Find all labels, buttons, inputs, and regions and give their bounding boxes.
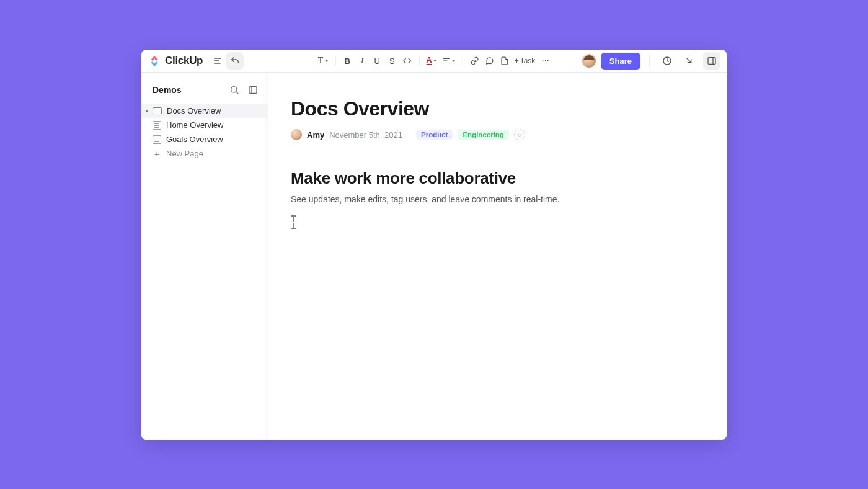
- chevron-down-icon: [433, 60, 437, 62]
- doc-title[interactable]: Docs Overview: [291, 97, 702, 120]
- topbar-right: Share: [582, 52, 720, 70]
- svg-rect-15: [249, 87, 257, 94]
- doc-date: November 5th, 2021: [329, 130, 402, 140]
- bold-button[interactable]: B: [340, 53, 354, 68]
- sidebar-item-label: Home Overview: [166, 120, 223, 130]
- toolbar-divider: [463, 56, 463, 66]
- toolbar-divider: [335, 56, 335, 66]
- code-button[interactable]: [400, 53, 414, 68]
- tag-product[interactable]: Product: [416, 130, 453, 140]
- history-button[interactable]: [658, 52, 676, 70]
- panel-toggle-button[interactable]: [703, 52, 720, 70]
- svg-rect-11: [708, 58, 715, 65]
- tag-icon: [516, 132, 523, 138]
- svg-line-14: [236, 92, 238, 94]
- text-color-button[interactable]: A: [424, 53, 438, 68]
- italic-button[interactable]: I: [355, 53, 369, 68]
- insert-task-button[interactable]: +Task: [513, 53, 538, 68]
- more-button[interactable]: [538, 53, 552, 68]
- clickup-logo-icon: [148, 54, 161, 68]
- user-avatar[interactable]: [582, 54, 596, 68]
- sidebar-header: Demos: [141, 79, 268, 104]
- sidebar: Demos Docs Overview: [141, 73, 268, 440]
- sidebar-new-page[interactable]: + New Page: [141, 146, 268, 161]
- brand-logo[interactable]: ClickUp: [148, 54, 203, 68]
- sidebar-item-docs-overview[interactable]: Docs Overview: [141, 104, 268, 118]
- sidebar-item-label: New Page: [166, 149, 203, 158]
- doc-landscape-icon: [153, 107, 162, 114]
- svg-point-7: [544, 60, 546, 61]
- sidebar-item-label: Goals Overview: [166, 135, 223, 144]
- document-content[interactable]: Docs Overview Amy November 5th, 2021 Pro…: [268, 73, 727, 440]
- comment-button[interactable]: [483, 53, 497, 68]
- share-button[interactable]: Share: [601, 53, 640, 70]
- strikethrough-button[interactable]: S: [385, 53, 399, 68]
- align-button[interactable]: [440, 53, 458, 68]
- link-button[interactable]: [468, 53, 482, 68]
- sidebar-columns-button[interactable]: [246, 83, 260, 97]
- chevron-down-icon: [324, 60, 328, 62]
- app-window: ClickUp T B I U S: [141, 50, 727, 440]
- attachment-button[interactable]: [498, 53, 512, 68]
- sidebar-item-label: Docs Overview: [167, 106, 221, 115]
- brand-name: ClickUp: [165, 55, 203, 67]
- sidebar-nav: Docs Overview Home Overview Goals Overvi…: [141, 104, 268, 161]
- sidebar-search-button[interactable]: [227, 83, 242, 97]
- toolbar-divider: [418, 56, 419, 66]
- sidebar-item-goals-overview[interactable]: Goals Overview: [141, 132, 268, 146]
- doc-page-icon: [153, 135, 161, 144]
- topbar-divider: [649, 54, 650, 68]
- body: Demos Docs Overview: [141, 73, 727, 440]
- formatting-toolbar: T B I U S A: [316, 53, 552, 68]
- tag-engineering[interactable]: Engineering: [458, 130, 508, 140]
- export-button[interactable]: [681, 52, 698, 70]
- text-style-button[interactable]: T: [316, 53, 330, 68]
- plus-icon: +: [153, 149, 161, 159]
- topbar: ClickUp T B I U S: [141, 50, 727, 73]
- author-name: Amy: [307, 130, 324, 140]
- doc-heading[interactable]: Make work more collaborative: [291, 169, 702, 188]
- author-avatar[interactable]: [291, 129, 302, 140]
- svg-point-6: [542, 60, 543, 61]
- outline-toggle-button[interactable]: [209, 52, 226, 70]
- text-cursor-icon: [291, 215, 297, 229]
- chevron-down-icon: [452, 60, 456, 62]
- sidebar-item-home-overview[interactable]: Home Overview: [141, 118, 268, 132]
- svg-line-10: [687, 58, 691, 63]
- sidebar-title: Demos: [153, 85, 223, 95]
- doc-meta: Amy November 5th, 2021 Product Engineeri…: [291, 129, 702, 140]
- doc-page-icon: [153, 121, 161, 130]
- svg-point-8: [547, 60, 548, 61]
- undo-button[interactable]: [226, 52, 244, 70]
- underline-button[interactable]: U: [370, 53, 384, 68]
- add-tag-button[interactable]: [514, 129, 525, 140]
- doc-paragraph[interactable]: See updates, make edits, tag users, and …: [291, 194, 702, 204]
